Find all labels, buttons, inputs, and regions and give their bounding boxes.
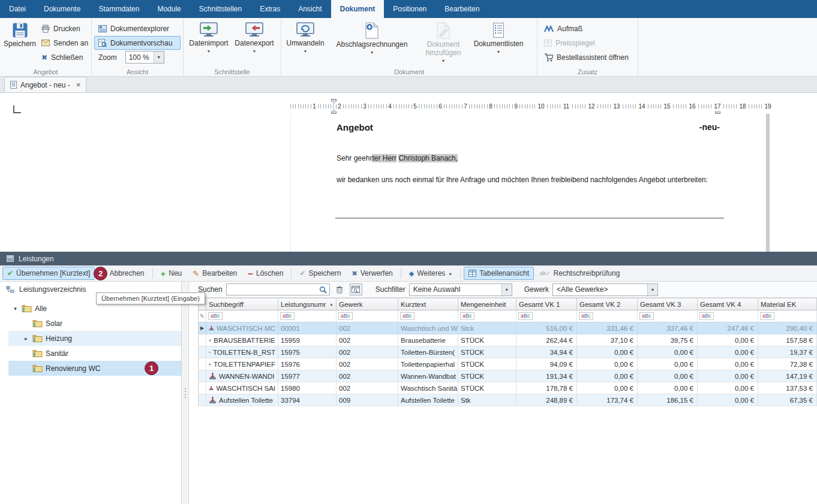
datenimport-button[interactable]: Datenimport ▼ bbox=[186, 20, 232, 67]
datenexport-button[interactable]: Datenexport ▼ bbox=[232, 20, 277, 67]
menu-tab-module[interactable]: Module bbox=[148, 0, 190, 18]
menu-tab-bearbeiten[interactable]: Bearbeiten bbox=[435, 0, 488, 18]
filter-cell-gesamt-vk-1[interactable]: aBc bbox=[516, 310, 577, 322]
cell-kurztext: Brausebatterie bbox=[398, 334, 458, 346]
ruler-number: 11 bbox=[562, 102, 570, 111]
tab-close-icon[interactable]: × bbox=[76, 81, 81, 89]
gewerk-dropdown-arrow-icon[interactable]: ▼ bbox=[647, 284, 657, 295]
search-preview-window-icon[interactable] bbox=[350, 283, 362, 295]
search-input[interactable] bbox=[227, 284, 317, 295]
menu-tab-datei[interactable]: Datei bbox=[0, 0, 35, 18]
panel-splitter[interactable] bbox=[182, 282, 189, 504]
speichern-button[interactable]: Speichern bbox=[2, 20, 37, 67]
row-gutter-cell bbox=[198, 394, 206, 406]
search-icon[interactable] bbox=[317, 283, 329, 295]
filter-cell-kurztext[interactable]: aBc bbox=[398, 310, 458, 322]
abschlagsrechnungen-button[interactable]: Abschlagsrechnungen ▼ bbox=[327, 20, 417, 67]
bestellassistent-button[interactable]: Bestellassistent öffnen bbox=[540, 50, 633, 64]
suchfilter-dropdown[interactable]: Keine Auswahl ▼ bbox=[409, 283, 512, 296]
filter-cell-leistungsnumr[interactable]: aBc bbox=[278, 310, 337, 322]
tree-item-heizung[interactable]: ▸Heizung bbox=[8, 331, 181, 346]
menu-tab-schnittstellen[interactable]: Schnittstellen bbox=[190, 0, 251, 18]
suchfilter-dropdown-arrow-icon[interactable]: ▼ bbox=[501, 284, 512, 295]
column-header-gewerk[interactable]: Gewerk bbox=[337, 298, 398, 310]
ruler-hanging-indent-marker[interactable] bbox=[331, 109, 337, 114]
column-header-material-ek[interactable]: Material EK bbox=[758, 298, 817, 310]
filter-cell-gesamt-vk-2[interactable]: aBc bbox=[577, 310, 638, 322]
filter-cell-gesamt-vk-4[interactable]: aBc bbox=[698, 310, 758, 322]
aufmass-button[interactable]: Aufmaß bbox=[540, 22, 633, 35]
table-row[interactable]: ▶WASCHTISCH MC00001002Waschtisch und WSt… bbox=[198, 322, 817, 334]
dokumentlisten-button[interactable]: Dokumentlisten ▼ bbox=[470, 20, 527, 67]
zoom-dropdown-arrow-icon[interactable]: ▼ bbox=[154, 52, 164, 63]
table-row[interactable]: WASCHTISCH SAI15980002Waschtisch SanitäS… bbox=[198, 382, 817, 394]
schliessen-button[interactable]: ✖ Schließen bbox=[37, 50, 92, 64]
column-header-suchbegriff[interactable]: Suchbegriff bbox=[206, 298, 278, 310]
drucken-button[interactable]: Drucken bbox=[37, 22, 92, 35]
column-header-gesamt-vk-2[interactable]: Gesamt VK 2 bbox=[577, 298, 638, 310]
abbrechen-button[interactable]: Abbrechen bbox=[104, 267, 149, 280]
cell-ek: 67,35 € bbox=[758, 394, 817, 406]
menu-tab-dokument[interactable]: Dokument bbox=[331, 0, 385, 18]
cell-suchbegriff: TOILETTEN-B_RST bbox=[206, 346, 278, 358]
speichern-toolbar-label: Speichern bbox=[308, 269, 341, 277]
senden-an-button[interactable]: Senden an bbox=[37, 36, 92, 50]
leistung-icon bbox=[209, 384, 214, 392]
cell-vk4: 0,00 € bbox=[698, 334, 758, 346]
group-label-dokument: Dokument bbox=[281, 68, 537, 76]
filter-cell-gesamt-vk-3[interactable]: aBc bbox=[638, 310, 698, 322]
dokumentvorschau-label: Dokumentvorschau bbox=[110, 39, 172, 47]
abc-filter-icon: aBc bbox=[639, 312, 654, 320]
pencil-icon: ✎ bbox=[193, 270, 199, 277]
x-blue-icon: ✖ bbox=[352, 270, 358, 277]
table-row[interactable]: Aufstellen Toilette33794009Aufstellen To… bbox=[198, 394, 817, 406]
save-icon bbox=[12, 22, 28, 38]
dokumentvorschau-button[interactable]: Dokumentvorschau bbox=[94, 36, 181, 50]
tree-item-sanit-r[interactable]: Sanitär bbox=[8, 346, 181, 361]
filter-cell-mengeneinheit[interactable]: aBc bbox=[458, 310, 516, 322]
menu-tab-positionen[interactable]: Positionen bbox=[384, 0, 435, 18]
filter-cell-suchbegriff[interactable]: aBc bbox=[206, 310, 278, 322]
ruler-number: 19 bbox=[763, 102, 772, 111]
filter-cell-gewerk[interactable]: aBc bbox=[337, 310, 398, 322]
menu-tab-extras[interactable]: Extras bbox=[251, 0, 289, 18]
document-tab-angebot[interactable]: Angebot - neu - × bbox=[4, 77, 86, 92]
uebernehmen-button[interactable]: ✔ Übernehmen [Kurztext] bbox=[2, 267, 95, 280]
tree-expanded-icon[interactable]: ▾ bbox=[12, 306, 19, 312]
menu-tab-dokumente[interactable]: Dokumente bbox=[35, 0, 89, 18]
column-header-gesamt-vk-4[interactable]: Gesamt VK 4 bbox=[698, 298, 758, 310]
umwandeln-button[interactable]: Umwandeln ▼ bbox=[284, 20, 327, 67]
salutation-field-title: ter Herr bbox=[372, 154, 397, 162]
column-header-leistungsnumr[interactable]: Leistungsnumr▲ bbox=[278, 298, 337, 310]
column-header-kurztext[interactable]: Kurztext bbox=[398, 298, 458, 310]
rechtschreibpruefung-label: Rechtschreibprüfung bbox=[554, 269, 620, 277]
zoom-combobox[interactable]: 100 % ▼ bbox=[125, 51, 164, 64]
cell-einheit: STÜCK bbox=[458, 382, 516, 394]
bearbeiten-button[interactable]: ✎ Bearbeiten bbox=[188, 267, 242, 280]
dokumentexplorer-button[interactable]: Dokumentexplorer bbox=[94, 22, 181, 35]
neu-button[interactable]: + Neu bbox=[156, 267, 187, 280]
table-row[interactable]: TOILETTENPAPIEF15976002Toilettenpapierha… bbox=[198, 358, 817, 370]
gewerk-dropdown[interactable]: <Alle Gewerke> ▼ bbox=[552, 283, 658, 296]
ruler-first-line-indent-marker[interactable] bbox=[331, 99, 337, 104]
tree-item-renovierung-wc[interactable]: Renovierung WC1 bbox=[8, 361, 181, 376]
leistungen-panel-title: Leistungen bbox=[19, 255, 54, 263]
table-row[interactable]: TOILETTEN-B_RST15975002Toiletten-Bürsten… bbox=[198, 346, 817, 358]
column-header-gesamt-vk-3[interactable]: Gesamt VK 3 bbox=[638, 298, 698, 310]
menu-tab-ansicht[interactable]: Ansicht bbox=[289, 0, 331, 18]
loeschen-button[interactable]: − Löschen bbox=[243, 267, 288, 280]
tree-item-solar[interactable]: Solar bbox=[8, 316, 181, 331]
tree-collapsed-icon[interactable]: ▸ bbox=[23, 336, 29, 342]
tabellenansicht-button[interactable]: Tabellenansicht bbox=[464, 267, 534, 280]
column-header-gesamt-vk-1[interactable]: Gesamt VK 1 bbox=[516, 298, 577, 310]
menu-tab-stammdaten[interactable]: Stammdaten bbox=[89, 0, 148, 18]
weiteres-button[interactable]: ◆ Weiteres ▼ bbox=[404, 267, 458, 280]
column-header-mengeneinheit[interactable]: Mengeneinheit bbox=[458, 298, 516, 310]
clear-search-trash-icon[interactable] bbox=[334, 283, 346, 295]
shopping-cart-icon bbox=[544, 53, 553, 62]
table-row[interactable]: WANNEN-WANDI15977002Wannen-WandbatSTÜCK1… bbox=[198, 370, 817, 382]
table-row[interactable]: BRAUSEBATTERIE15959002BrausebatterieSTÜC… bbox=[198, 334, 817, 346]
cell-vk3: 0,00 € bbox=[638, 382, 698, 394]
filter-cell-material-ek[interactable]: aBc bbox=[758, 310, 817, 322]
group-label-ansicht: Ansicht bbox=[92, 68, 183, 76]
